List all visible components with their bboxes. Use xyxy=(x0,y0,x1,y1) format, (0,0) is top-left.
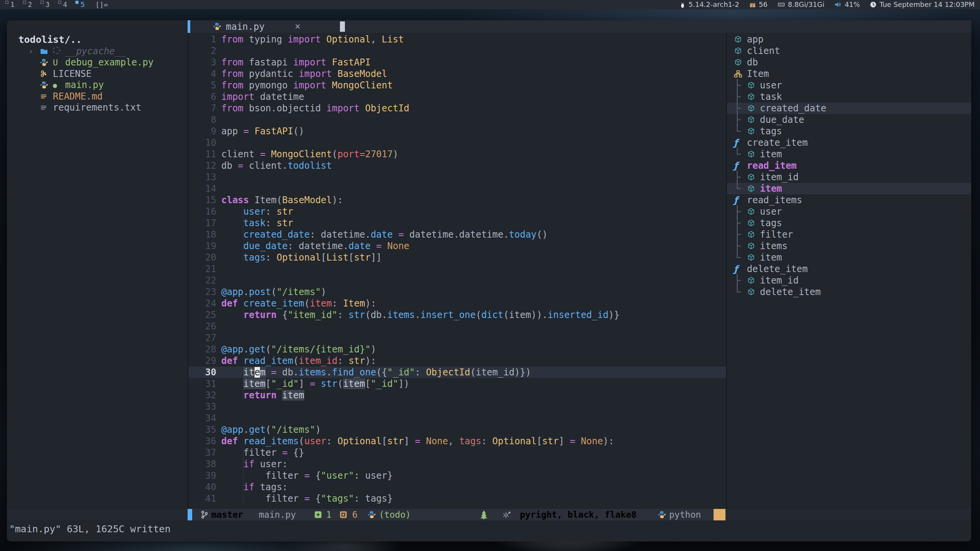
tree-item-requirements.txt[interactable]: requirements.txt xyxy=(7,102,188,114)
tree-item-__pycache__[interactable]: ›__pycache__ xyxy=(7,46,188,57)
outline-item-items[interactable]: ├items xyxy=(727,240,971,252)
expand-arrow-icon[interactable]: › xyxy=(28,46,40,56)
workspace-square-icon xyxy=(5,1,8,4)
python-icon xyxy=(658,510,666,519)
outline-item-item[interactable]: └item xyxy=(727,183,971,194)
code-line-24[interactable]: 24def create_item(item: Item): xyxy=(188,298,726,309)
code-line-17[interactable]: 17 task: str xyxy=(188,217,726,229)
code-line-5[interactable]: 5from pymongo import MongoClient xyxy=(188,80,726,91)
code-text: item = db.items.find_one({"_id": ObjectI… xyxy=(221,367,531,378)
code-line-26[interactable]: 26 xyxy=(188,321,726,332)
outline-item-item_id[interactable]: ├item_id xyxy=(727,171,971,183)
layout-symbol[interactable]: []= xyxy=(95,1,108,9)
outline-item-tags[interactable]: └tags xyxy=(727,126,971,137)
code-line-32[interactable]: 32 return item xyxy=(188,390,726,401)
code-line-19[interactable]: 19 due_date: datetime.date = None xyxy=(188,240,726,252)
code-line-31[interactable]: 31 item["_id"] = str(item["_id"]) xyxy=(188,378,726,390)
code-line-23[interactable]: 23@app.post("/items") xyxy=(188,286,726,298)
outline-item-client[interactable]: client xyxy=(727,45,971,57)
outline-item-Item[interactable]: Item xyxy=(727,68,971,80)
tree-statusline xyxy=(7,509,188,520)
code-line-29[interactable]: 29def read_item(item_id: str): xyxy=(188,355,726,367)
close-icon[interactable]: × xyxy=(295,21,301,32)
outline-item-delete_item[interactable]: ƒdelete_item xyxy=(727,263,971,275)
tree-connector: ├ xyxy=(734,206,747,217)
code-line-36[interactable]: 36def read_items(user: Optional[str] = N… xyxy=(188,435,726,447)
code-line-4[interactable]: 4from pydantic import BaseModel xyxy=(188,68,726,80)
code-line-25[interactable]: 25 return {"item_id": str(db.items.inser… xyxy=(188,309,726,321)
outline-item-create_item[interactable]: ƒcreate_item xyxy=(727,137,971,148)
workspace-3[interactable]: 3 xyxy=(41,0,50,9)
outline-item-read_item[interactable]: ƒread_item xyxy=(727,160,971,171)
code-line-40[interactable]: 40 if tags: xyxy=(188,481,726,493)
workspace-5[interactable]: 5 xyxy=(75,0,85,9)
outline-item-user[interactable]: ├user xyxy=(727,80,971,91)
line-number: 36 xyxy=(188,435,216,447)
workspace-1[interactable]: 1 xyxy=(5,0,15,9)
outline-item-tags[interactable]: ├tags xyxy=(727,217,971,229)
outline-item-app[interactable]: app xyxy=(727,34,971,45)
code-line-33[interactable]: 33 xyxy=(188,401,726,412)
outline-item-user[interactable]: ├user xyxy=(727,206,971,217)
code-line-22[interactable]: 22 xyxy=(188,275,726,286)
indent-guide xyxy=(243,390,243,401)
code-editor[interactable]: 1from typing import Optional, List23from… xyxy=(188,33,726,510)
outline-item-delete_item[interactable]: └delete_item xyxy=(727,286,971,298)
outline-item-label: db xyxy=(747,57,758,68)
code-line-6[interactable]: 6import datetime xyxy=(188,91,726,103)
code-line-21[interactable]: 21 xyxy=(188,263,726,275)
outline-item-filter[interactable]: ├filter xyxy=(727,229,971,240)
tree-item-README.md[interactable]: README.md xyxy=(7,91,188,102)
code-line-13[interactable]: 13 xyxy=(188,171,726,183)
tree-item-label: requirements.txt xyxy=(53,102,141,113)
outline-item-item[interactable]: └item xyxy=(727,148,971,160)
code-line-14[interactable]: 14 xyxy=(188,183,726,194)
code-line-7[interactable]: 7from bson.objectid import ObjectId xyxy=(188,103,726,114)
workspace-4[interactable]: 4 xyxy=(58,0,67,9)
outline-item-task[interactable]: ├task xyxy=(727,91,971,103)
tab-main-py[interactable]: main.py xyxy=(226,21,265,33)
tree-item-main.py[interactable]: main.py xyxy=(7,80,188,91)
code-line-8[interactable]: 8 xyxy=(188,114,726,126)
outline-item-db[interactable]: db xyxy=(727,57,971,68)
code-line-37[interactable]: 37 filter = {} xyxy=(188,447,726,458)
cube-icon xyxy=(747,253,755,262)
code-text: def read_items(user: Optional[str] = Non… xyxy=(221,435,614,447)
outline-item-item_id[interactable]: ├item_id xyxy=(727,275,971,286)
code-line-39[interactable]: 39 filter = {"user": user} xyxy=(188,470,726,481)
code-line-9[interactable]: 9app = FastAPI() xyxy=(188,126,726,137)
outline-item-item[interactable]: └item xyxy=(727,252,971,263)
code-line-15[interactable]: 15class Item(BaseModel): xyxy=(188,194,726,206)
code-line-10[interactable]: 10 xyxy=(188,137,726,148)
tree-item-LICENSE[interactable]: LICENSE xyxy=(7,68,188,80)
tree-item-debug_example.py[interactable]: Udebug_example.py xyxy=(7,57,188,68)
code-line-28[interactable]: 28@app.get("/items/{item_id}") xyxy=(188,344,726,355)
code-line-12[interactable]: 12db = client.todolist xyxy=(188,160,726,171)
code-line-18[interactable]: 18 created_date: datetime.date = datetim… xyxy=(188,229,726,240)
code-line-35[interactable]: 35@app.get("/items") xyxy=(188,424,726,435)
outline-item-due_date[interactable]: ├due_date xyxy=(727,114,971,126)
line-number: 28 xyxy=(188,344,216,355)
desktop: 12345[]= 5.14.2-arch1-2568.8Gi/31Gi41%Tu… xyxy=(0,0,980,551)
tree-root-label[interactable]: todolist/.. xyxy=(18,34,82,45)
workspace-2[interactable]: 2 xyxy=(23,0,32,9)
code-line-1[interactable]: 1from typing import Optional, List xyxy=(188,34,726,45)
outline-item-read_items[interactable]: ƒread_items xyxy=(727,194,971,206)
line-number: 37 xyxy=(188,447,216,458)
indent-guide xyxy=(243,229,243,240)
command-line[interactable]: "main.py" 63L, 1625C written xyxy=(7,520,971,541)
code-line-20[interactable]: 20 tags: Optional[List[str]] xyxy=(188,252,726,263)
indent-guide xyxy=(243,447,243,458)
code-line-16[interactable]: 16 user: str xyxy=(188,206,726,217)
outline-item-created_date[interactable]: ├created_date xyxy=(727,103,971,114)
tree-connector: ├ xyxy=(734,217,747,229)
code-line-2[interactable]: 2 xyxy=(188,45,726,57)
code-line-11[interactable]: 11client = MongoClient(port=27017) xyxy=(188,148,726,160)
code-line-27[interactable]: 27 xyxy=(188,332,726,344)
code-line-38[interactable]: 38 if user: xyxy=(188,458,726,470)
code-line-30[interactable]: 30 item = db.items.find_one({"_id": Obje… xyxy=(188,367,726,378)
volume-level: 41% xyxy=(834,0,860,9)
code-line-3[interactable]: 3from fastapi import FastAPI xyxy=(188,57,726,68)
code-line-34[interactable]: 34 xyxy=(188,412,726,424)
code-line-41[interactable]: 41 filter = {"tags": tags} xyxy=(188,493,726,504)
